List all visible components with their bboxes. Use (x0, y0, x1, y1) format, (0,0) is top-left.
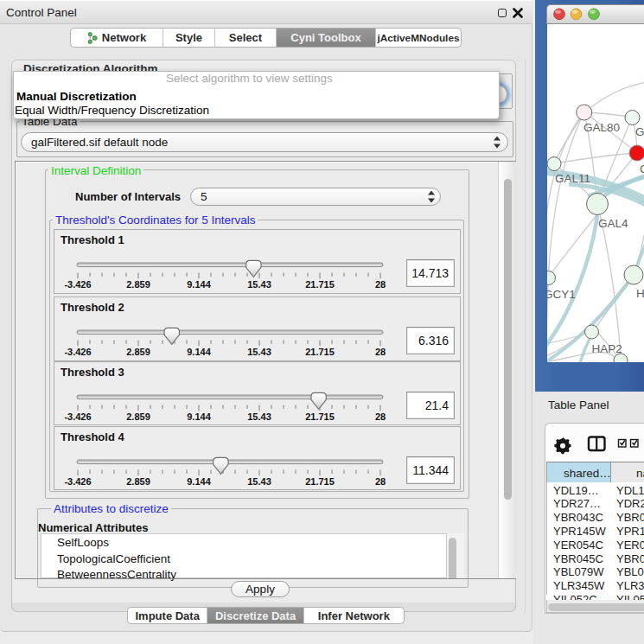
svg-text:21.715: 21.715 (305, 347, 335, 357)
svg-text:9.144: 9.144 (187, 411, 211, 422)
svg-text:15.43: 15.43 (247, 279, 271, 290)
svg-text:HAP2: HAP2 (592, 342, 622, 355)
svg-text:9.144: 9.144 (187, 347, 211, 357)
svg-text:2.859: 2.859 (126, 347, 150, 357)
svg-text:GAL11: GAL11 (555, 172, 590, 185)
svg-text:-3.426: -3.426 (64, 347, 91, 357)
svg-text:9.144: 9.144 (187, 279, 211, 290)
svg-text:2.859: 2.859 (126, 476, 150, 487)
svg-text:-3.426: -3.426 (64, 476, 91, 487)
svg-text:-3.426: -3.426 (64, 279, 91, 290)
svg-text:2.859: 2.859 (126, 279, 150, 290)
svg-text:GCY1: GCY1 (547, 288, 576, 301)
svg-text:28: 28 (375, 476, 386, 487)
svg-text:21.715: 21.715 (305, 411, 335, 422)
svg-text:GAL4: GAL4 (598, 217, 628, 230)
svg-text:G.: G. (635, 125, 644, 138)
svg-text:15.43: 15.43 (247, 411, 271, 422)
svg-text:GAL80: GAL80 (583, 121, 620, 134)
svg-text:21.715: 21.715 (305, 476, 335, 487)
svg-text:28: 28 (375, 279, 386, 290)
svg-text:15.43: 15.43 (247, 476, 271, 487)
svg-text:21.715: 21.715 (305, 279, 335, 290)
svg-text:9.144: 9.144 (187, 476, 211, 487)
svg-text:28: 28 (375, 411, 386, 422)
svg-text:2.859: 2.859 (126, 411, 150, 422)
svg-text:H: H (636, 287, 644, 300)
svg-text:C: C (640, 163, 644, 175)
svg-text:28: 28 (375, 347, 386, 357)
svg-text:15.43: 15.43 (247, 347, 271, 357)
svg-text:-3.426: -3.426 (64, 411, 91, 422)
